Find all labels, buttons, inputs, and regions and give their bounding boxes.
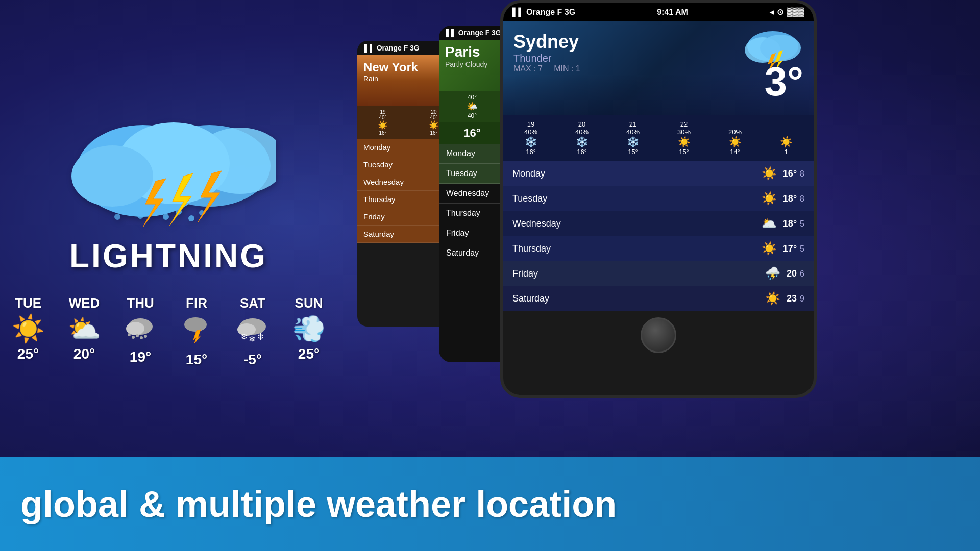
sydney-fc-5: 20%☀️14° xyxy=(709,119,761,157)
sydney-day-wed-label: Wednesday xyxy=(512,218,755,229)
day-tue-label: TUE xyxy=(15,295,41,311)
ny-carrier: ▌▌ Orange F 3G xyxy=(364,44,420,52)
sydney-fc-3: 2140%❄️15° xyxy=(607,119,658,157)
day-tue-temp: 25° xyxy=(17,346,39,362)
sydney-big-temp: 3° xyxy=(765,58,803,105)
sydney-day-fri-temps: 206 xyxy=(787,268,804,279)
sydney-day-tue-label: Tuesday xyxy=(512,193,755,204)
sydney-day-sat-label: Saturday xyxy=(512,293,759,304)
day-wed: WED ⛅ 20° xyxy=(61,295,107,362)
sydney-weekly-list: Monday ☀️ 16°8 Tuesday ☀️ 18°8 Wednesday… xyxy=(503,161,814,311)
day-fir: FIR 15° xyxy=(174,295,219,368)
svg-point-5 xyxy=(125,206,131,212)
thunder-cloud-icon xyxy=(61,105,276,232)
sydney-home-button[interactable] xyxy=(641,317,676,353)
sydney-day-mon-temps: 16°8 xyxy=(783,168,804,179)
sydney-row-monday: Monday ☀️ 16°8 xyxy=(503,161,814,186)
sydney-fc-4: 2230%☀️15° xyxy=(658,119,709,157)
location-icon: ◂ xyxy=(770,7,774,17)
svg-point-21 xyxy=(140,336,143,339)
settings-icon: ⊙ xyxy=(777,7,783,17)
day-sun-temp: 25° xyxy=(298,346,320,362)
sydney-header: Sydney Thunder MAX : 7 MIN : 1 3° xyxy=(503,21,814,115)
day-thu-icon xyxy=(125,315,156,345)
svg-point-19 xyxy=(132,336,135,339)
sydney-carrier: ▌▌ Orange F 3G xyxy=(512,8,575,17)
day-sun: SUN 💨 25° xyxy=(286,295,332,362)
sydney-status-bar: ▌▌ Orange F 3G 9:41 AM ◂ ⊙ ▓▓▓ xyxy=(503,3,814,21)
sydney-day-wed-icon: 🌥️ xyxy=(762,216,777,231)
sydney-day-tue-icon: ☀️ xyxy=(762,191,777,206)
day-wed-label: WED xyxy=(69,295,100,311)
svg-point-23 xyxy=(184,317,207,332)
sydney-day-mon-icon: ☀️ xyxy=(762,166,777,181)
sydney-fc-6: ☀️1 xyxy=(761,119,812,157)
paris-temp1: 16° xyxy=(463,127,480,140)
svg-point-18 xyxy=(128,333,131,336)
sydney-condition: Thunder xyxy=(513,53,803,64)
bottom-banner: global & multiple weather location xyxy=(0,457,980,551)
day-thu: THU 19° xyxy=(117,295,163,365)
sydney-time: 9:41 AM xyxy=(657,8,688,17)
phones-area: ▌▌ Orange F 3G 9: New York Rain 1940°☀️1… xyxy=(327,0,980,457)
svg-point-6 xyxy=(137,213,143,219)
day-sun-label: SUN xyxy=(295,295,323,311)
day-wed-icon: ⛅ xyxy=(68,315,101,342)
sydney-row-saturday: Saturday ☀️ 239 xyxy=(503,286,814,311)
svg-point-22 xyxy=(144,335,147,338)
day-fir-label: FIR xyxy=(186,295,207,311)
left-section: LIGHTNING TUE ☀️ 25° WED ⛅ 20° THU xyxy=(0,0,337,457)
lightning-title: LIGHTNING xyxy=(69,237,267,275)
sydney-min: MIN : 1 xyxy=(554,64,580,73)
day-tue: TUE ☀️ 25° xyxy=(5,295,51,362)
sydney-status-icons: ◂ ⊙ ▓▓▓ xyxy=(770,7,804,17)
svg-point-11 xyxy=(114,214,120,220)
sydney-fc-1: 1940%❄️16° xyxy=(505,119,556,157)
day-fir-temp: 15° xyxy=(186,352,207,368)
svg-text:❄: ❄ xyxy=(240,332,248,342)
sydney-row-friday: Friday ⛈️ 206 xyxy=(503,261,814,286)
svg-point-4 xyxy=(71,145,153,207)
svg-point-10 xyxy=(188,215,194,221)
svg-text:❄: ❄ xyxy=(249,335,255,343)
sydney-fc-2: 2040%❄️16° xyxy=(556,119,607,157)
sydney-day-wed-temps: 18°5 xyxy=(783,218,804,229)
sydney-day-tue-temps: 18°8 xyxy=(783,193,804,204)
banner-text: global & multiple weather location xyxy=(20,483,617,525)
day-sat: SAT ❄ ❄ ❄ -5° xyxy=(230,295,276,368)
sydney-row-thursday: Thursday ☀️ 17°5 xyxy=(503,236,814,261)
sydney-day-sat-temps: 239 xyxy=(787,293,804,304)
sydney-day-fri-icon: ⛈️ xyxy=(765,266,780,281)
weather-days-row: TUE ☀️ 25° WED ⛅ 20° THU xyxy=(5,295,332,368)
sydney-max: MAX : 7 xyxy=(513,64,543,73)
phone-sydney: ▌▌ Orange F 3G 9:41 AM ◂ ⊙ ▓▓▓ xyxy=(500,0,817,398)
sydney-day-thu-label: Thursday xyxy=(512,243,755,254)
sydney-day-thu-temps: 17°5 xyxy=(783,243,804,254)
sydney-day-thu-icon: ☀️ xyxy=(762,241,777,256)
svg-point-20 xyxy=(136,334,139,337)
day-sun-icon: 💨 xyxy=(292,315,326,342)
svg-point-8 xyxy=(163,214,169,220)
day-wed-temp: 20° xyxy=(74,346,95,362)
sydney-row-tuesday: Tuesday ☀️ 18°8 xyxy=(503,186,814,211)
battery-icon: ▓▓▓ xyxy=(787,7,804,17)
day-sat-temp: -5° xyxy=(243,352,262,368)
svg-marker-24 xyxy=(193,330,201,343)
day-tue-icon: ☀️ xyxy=(12,315,45,342)
sydney-row-wednesday: Wednesday 🌥️ 18°5 xyxy=(503,211,814,236)
sydney-minmax: MAX : 7 MIN : 1 xyxy=(513,64,803,73)
svg-text:❄: ❄ xyxy=(257,332,264,342)
day-thu-label: THU xyxy=(127,295,154,311)
sydney-day-sat-icon: ☀️ xyxy=(765,291,780,306)
day-sat-label: SAT xyxy=(240,295,265,311)
day-sat-icon: ❄ ❄ ❄ xyxy=(236,315,270,347)
day-fir-icon xyxy=(181,315,212,347)
sydney-forecast-strip: 1940%❄️16° 2040%❄️16° 2140%❄️15° 2230%☀️… xyxy=(503,115,814,161)
paris-carrier: ▌▌ Orange F 3G xyxy=(446,29,501,37)
sydney-city: Sydney xyxy=(513,31,803,53)
sydney-day-mon-label: Monday xyxy=(512,168,755,179)
sydney-day-fri-label: Friday xyxy=(512,268,759,279)
day-thu-temp: 19° xyxy=(130,349,151,365)
